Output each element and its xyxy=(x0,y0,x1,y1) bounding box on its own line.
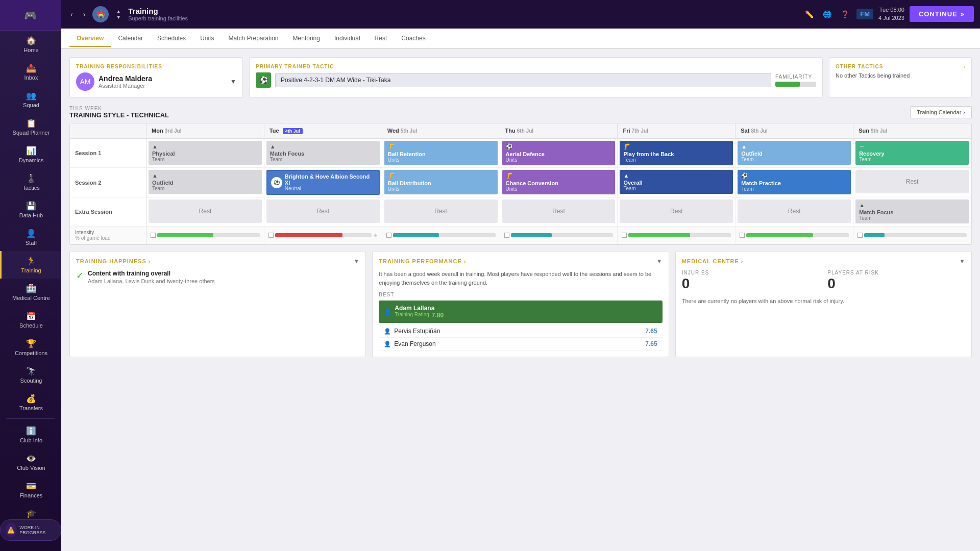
tab-schedules[interactable]: Schedules xyxy=(150,31,193,47)
happiness-expand-button[interactable]: ▼ xyxy=(353,258,359,265)
sidebar-item-finances[interactable]: 💳 Finances xyxy=(0,476,61,504)
intensity-checkbox-wed[interactable] xyxy=(386,233,391,238)
extra-rest-mon[interactable]: Rest xyxy=(149,199,262,223)
performance-expand-button[interactable]: ▼ xyxy=(656,258,663,265)
wip-badge[interactable]: ⚠️ WORK IN PROGRESS xyxy=(0,519,61,541)
intensity-checkbox-mon[interactable] xyxy=(151,233,156,238)
sidebar-item-schedule[interactable]: 📅 Schedule xyxy=(0,306,61,334)
session2-sun[interactable]: Rest xyxy=(853,168,971,197)
intensity-bar-mon xyxy=(157,233,260,237)
extra-tue[interactable]: Rest xyxy=(264,197,382,226)
intensity-checkbox-sun[interactable] xyxy=(857,233,863,238)
extra-wed[interactable]: Rest xyxy=(382,197,500,226)
sidebar-item-club-info[interactable]: ℹ️ Club Info xyxy=(0,421,61,448)
session2-wed[interactable]: 🦵 Ball Distribution Units xyxy=(382,168,500,197)
inbox-icon: 📥 xyxy=(26,63,36,73)
extra-rest-fri[interactable]: Rest xyxy=(620,199,733,223)
session-recovery[interactable]: ↔ Recovery Team xyxy=(855,141,969,165)
sidebar-item-transfers[interactable]: 💰 Transfers xyxy=(0,389,61,416)
sidebar-item-home[interactable]: 🏠 Home xyxy=(0,31,61,58)
session-chance-conv[interactable]: 🦵 Chance Conversion Units xyxy=(502,170,616,194)
session1-fri[interactable]: 🦵 Play from the Back Team xyxy=(618,139,736,167)
session-match-focus-team[interactable]: ▲ Match Focus Team xyxy=(266,141,380,165)
player-row-2[interactable]: 👤 Evan Ferguson 7.65 xyxy=(379,338,662,350)
session-aerial-defence[interactable]: ⚽ Aerial Defence Units xyxy=(502,141,616,165)
extra-rest-sat[interactable]: Rest xyxy=(738,199,851,223)
intensity-checkbox-thu[interactable] xyxy=(504,233,509,238)
session-outfield-mon[interactable]: ▲ Outfield Team xyxy=(149,170,262,194)
sidebar-item-medical[interactable]: 🏥 Medical Centre xyxy=(0,279,61,306)
extra-thu[interactable]: Rest xyxy=(500,197,618,226)
tab-coaches[interactable]: Coaches xyxy=(394,31,432,47)
session2-sat[interactable]: ⚽ Match Practice Team xyxy=(736,168,853,197)
session1-tue[interactable]: ▲ Match Focus Team xyxy=(264,139,382,167)
session-outfield-team[interactable]: ▲ Outfield Team xyxy=(738,141,851,165)
tab-rest[interactable]: Rest xyxy=(368,31,395,47)
sidebar-item-training[interactable]: 🏃 Training xyxy=(0,251,61,279)
extra-rest-tue[interactable]: Rest xyxy=(266,199,380,223)
happiness-chevron-icon: › xyxy=(149,258,151,264)
training-calendar-button[interactable]: Training Calendar › xyxy=(910,106,972,118)
best-player-row[interactable]: 👤 Adam Lallana Training Rating 7.80 — xyxy=(379,300,662,323)
tab-individual[interactable]: Individual xyxy=(327,31,368,47)
session-overall[interactable]: ▲ Overall Team xyxy=(620,170,733,194)
session-rest-sun[interactable]: Rest xyxy=(855,170,969,193)
nav-back-button[interactable]: ‹ xyxy=(67,8,76,20)
sidebar-item-data-hub[interactable]: 💾 Data Hub xyxy=(0,196,61,223)
extra-rest-thu[interactable]: Rest xyxy=(502,199,616,223)
sidebar-item-competitions[interactable]: 🏆 Competitions xyxy=(0,334,61,361)
extra-sun[interactable]: ▲ Match Focus Team xyxy=(853,197,971,226)
session1-thu[interactable]: ⚽ Aerial Defence Units xyxy=(500,139,618,167)
sidebar-item-club-vision[interactable]: 👁️ Club Vision xyxy=(0,448,61,476)
session1-wed[interactable]: 🦵 Ball Retention Units xyxy=(382,139,500,167)
sidebar-item-tactics[interactable]: ♟️ Tactics xyxy=(0,168,61,196)
session1-sat[interactable]: ▲ Outfield Team xyxy=(736,139,853,167)
sidebar-item-inbox[interactable]: 📥 Inbox xyxy=(0,58,61,86)
medical-expand-button[interactable]: ▼ xyxy=(959,258,965,265)
medical-panel: MEDICAL CENTRE › ▼ INJURIES 0 PLAYERS AT… xyxy=(675,251,972,357)
day-name-sun: Sun xyxy=(859,128,869,134)
sidebar-item-squad[interactable]: 👥 Squad xyxy=(0,86,61,113)
session-match-focus-sun[interactable]: ▲ Match Focus Team xyxy=(855,199,969,223)
session-physical-team[interactable]: ▲ Physical Team xyxy=(149,141,262,165)
session1-sun[interactable]: ↔ Recovery Team xyxy=(853,139,971,167)
tab-calendar[interactable]: Calendar xyxy=(111,31,150,47)
extra-rest-wed[interactable]: Rest xyxy=(384,199,498,223)
session2-mon[interactable]: ▲ Outfield Team xyxy=(146,168,264,197)
intensity-checkbox-fri[interactable] xyxy=(622,233,627,238)
session-brighton-match[interactable]: ⚽ Brighton & Hove Albion Second XI Neutr… xyxy=(266,170,380,195)
session2-thu[interactable]: 🦵 Chance Conversion Units xyxy=(500,168,618,197)
best-player-details: Adam Lallana Training Rating 7.80 — xyxy=(395,305,451,319)
sidebar-item-squad-planner[interactable]: 📋 Squad Planner xyxy=(0,113,61,141)
nav-up-button[interactable]: ▲▼ xyxy=(113,7,124,22)
intensity-checkbox-sat[interactable] xyxy=(740,233,745,238)
tab-mentoring[interactable]: Mentoring xyxy=(286,31,327,47)
facility-subtitle: Superb training facilities xyxy=(128,15,587,21)
continue-button[interactable]: CONTINUE » xyxy=(910,6,974,22)
help-button[interactable]: ❓ xyxy=(839,8,851,20)
tab-match-prep[interactable]: Match Preparation xyxy=(221,31,285,47)
sidebar-item-staff[interactable]: 👤 Staff xyxy=(0,223,61,251)
tab-overview[interactable]: Overview xyxy=(69,31,111,47)
session2-tue[interactable]: ⚽ Brighton & Hove Albion Second XI Neutr… xyxy=(264,168,382,197)
extra-sat[interactable]: Rest xyxy=(736,197,853,226)
session1-label: Session 1 xyxy=(70,139,146,167)
globe-button[interactable]: 🌐 xyxy=(821,8,834,20)
edit-button[interactable]: ✏️ xyxy=(803,8,816,20)
sidebar-item-dynamics[interactable]: 📊 Dynamics xyxy=(0,141,61,168)
nav-forward-button[interactable]: › xyxy=(80,8,89,20)
player-row-1[interactable]: 👤 Pervis Estupiñán 7.65 xyxy=(379,325,662,338)
session-play-from-back[interactable]: 🦵 Play from the Back Team xyxy=(620,141,733,165)
sidebar-item-scouting[interactable]: 🔭 Scouting xyxy=(0,361,61,389)
extra-fri[interactable]: Rest xyxy=(618,197,736,226)
session-ball-dist[interactable]: 🦵 Ball Distribution Units xyxy=(384,170,498,194)
session1-mon[interactable]: ▲ Physical Team xyxy=(146,139,264,167)
tab-units[interactable]: Units xyxy=(193,31,221,47)
session2-fri[interactable]: ▲ Overall Team xyxy=(618,168,736,197)
tactic-select[interactable]: Positive 4-2-3-1 DM AM Wide - Tiki-Taka xyxy=(275,73,771,87)
session-match-practice[interactable]: ⚽ Match Practice Team xyxy=(738,170,851,194)
extra-mon[interactable]: Rest xyxy=(146,197,264,226)
intensity-checkbox-tue[interactable] xyxy=(268,233,274,238)
resp-expand-button[interactable]: ▼ xyxy=(230,78,236,85)
session-ball-retention[interactable]: 🦵 Ball Retention Units xyxy=(384,141,498,165)
